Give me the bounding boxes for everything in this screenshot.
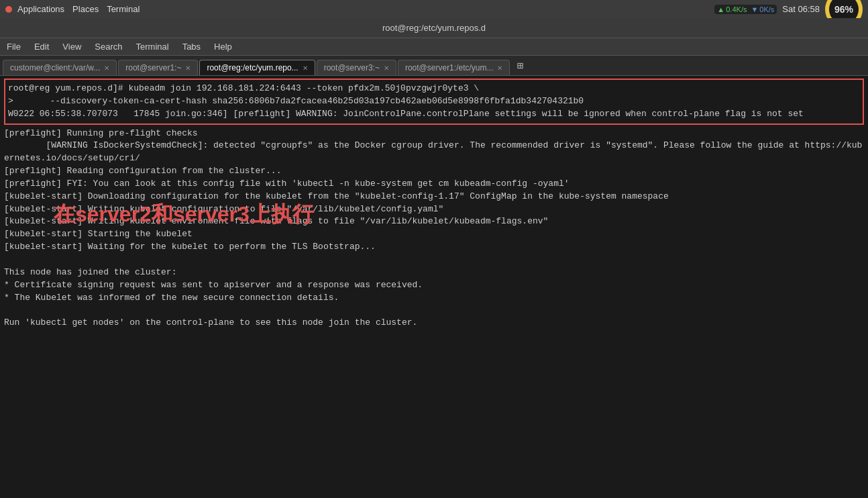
tab-1-label: customer@client:/var/w... [10,63,100,72]
datetime-label: Sat 06:58 [782,4,820,14]
menu-help[interactable]: Help [210,40,236,53]
new-tab-button[interactable]: ⊞ [511,56,529,75]
terminal-topmenu[interactable]: Terminal [107,4,140,14]
net-upload-value: 0.4K/s [726,5,747,13]
terminal-content[interactable]: root@reg yum.repos.d]# kubeadm join 192.… [0,76,868,498]
menu-terminal[interactable]: Terminal [132,40,173,53]
net-download-value: 0K/s [759,5,774,13]
tab-5[interactable]: root@server1:/etc/yum... ✕ [398,60,510,75]
highlighted-command-block: root@reg yum.repos.d]# kubeadm join 192.… [4,79,864,125]
tab-3-label: root@reg:/etc/yum.repo... [207,63,298,72]
window-title: root@reg:/etc/yum.repos.d [382,23,486,33]
network-widget: ▲ 0.4K/s ▼ 0K/s [714,5,777,14]
terminal-main-output: [preflight] Running pre-flight checks [W… [4,128,864,330]
menu-file[interactable]: File [3,40,25,53]
tab-1[interactable]: customer@client:/var/w... ✕ [3,60,117,75]
tab-2[interactable]: root@server1:~ ✕ [118,60,198,75]
tab-4-close[interactable]: ✕ [384,64,389,72]
menu-tabs[interactable]: Tabs [178,40,205,53]
tab-1-close[interactable]: ✕ [104,64,109,72]
topbar-left: Applications Places Terminal [5,4,140,14]
net-down-icon: ▼ [751,5,758,13]
terminal-window: root@reg:/etc/yum.repos.d File Edit View… [0,18,868,498]
menu-bar: File Edit View Search Terminal Tabs Help [0,38,868,56]
tab-2-close[interactable]: ✕ [185,64,191,72]
tab-5-close[interactable]: ✕ [497,64,502,72]
system-topbar: Applications Places Terminal ▲ 0.4K/s ▼ … [0,0,868,18]
system-dot [5,6,12,13]
tab-4[interactable]: root@server3:~ ✕ [317,60,396,75]
net-upload-icon: ▲ [717,5,724,13]
menu-view[interactable]: View [58,40,85,53]
tab-4-label: root@server3:~ [324,63,380,72]
menu-search[interactable]: Search [91,40,126,53]
tab-2-label: root@server1:~ [125,63,181,72]
applications-menu[interactable]: Applications [17,4,64,14]
tab-5-label: root@server1:/etc/yum... [405,63,494,72]
places-menu[interactable]: Places [72,4,99,14]
menu-edit[interactable]: Edit [30,40,53,53]
highlighted-text: root@reg yum.repos.d]# kubeadm join 192.… [8,83,860,121]
tabs-bar: customer@client:/var/w... ✕ root@server1… [0,56,868,76]
title-bar: root@reg:/etc/yum.repos.d [0,18,868,38]
tab-3[interactable]: root@reg:/etc/yum.repo... ✕ [199,60,315,75]
tab-3-close[interactable]: ✕ [303,64,308,72]
